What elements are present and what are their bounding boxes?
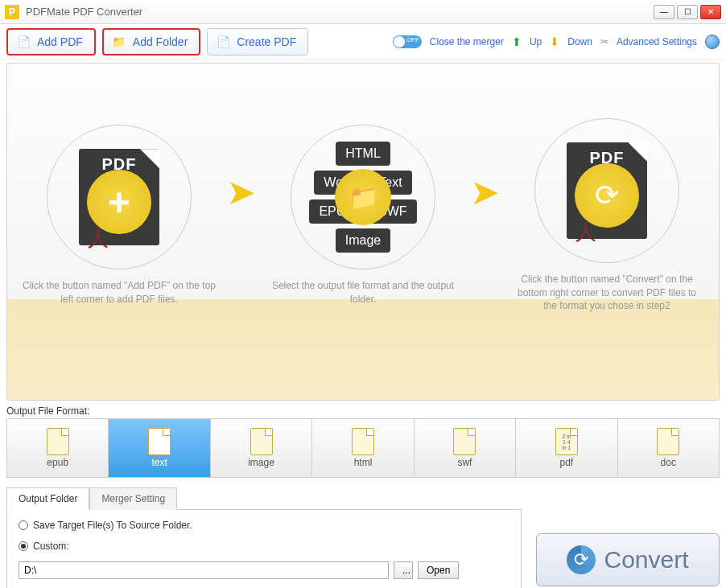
- tab-output-folder[interactable]: Output Folder: [6, 487, 89, 510]
- radio-save-source[interactable]: Save Target File(s) To Source Folder.: [19, 520, 509, 531]
- settings-icon[interactable]: ✂: [600, 36, 608, 47]
- maximize-button[interactable]: ☐: [677, 5, 698, 19]
- adobe-icon: 人: [88, 224, 109, 253]
- titlebar: P PDFMate PDF Converter — ☐ ✕: [0, 0, 726, 24]
- radio-custom[interactable]: Custom:: [19, 541, 509, 552]
- up-label[interactable]: Up: [530, 36, 542, 47]
- create-pdf-icon: 📄: [214, 35, 232, 49]
- create-pdf-button[interactable]: 📄 Create PDF: [207, 28, 308, 56]
- radio-custom-label: Custom:: [33, 541, 69, 552]
- step-3: PDF ⟳ 人 Click the button named "Convert"…: [506, 118, 707, 313]
- step-2-text: Select the output file format and the ou…: [262, 279, 464, 306]
- format-html[interactable]: html: [312, 419, 414, 477]
- add-folder-icon: 📁: [110, 35, 128, 49]
- add-folder-label: Add Folder: [133, 35, 188, 48]
- step-3-text: Click the button named "Convert" on the …: [506, 273, 707, 313]
- radio-save-source-icon: [19, 520, 28, 530]
- add-pdf-label: Add PDF: [37, 35, 83, 48]
- format-doc[interactable]: doc: [618, 419, 719, 477]
- output-folder-panel: Save Target File(s) To Source Folder. Cu…: [6, 509, 522, 588]
- app-logo-icon: P: [5, 5, 19, 19]
- advanced-settings-label[interactable]: Advanced Settings: [617, 36, 697, 47]
- add-pdf-button[interactable]: 📄 Add PDF: [6, 28, 96, 56]
- bottom-panel: Output Folder Merger Setting Save Target…: [6, 487, 720, 588]
- convert-label: Convert: [604, 546, 688, 574]
- convert-icon: ⟳: [567, 545, 596, 574]
- radio-save-source-label: Save Target File(s) To Source Folder.: [33, 520, 192, 531]
- arrow-2-icon: ➤: [470, 171, 500, 212]
- minimize-button[interactable]: —: [654, 5, 674, 19]
- adobe-icon-2: 人: [575, 218, 596, 246]
- close-merger-label[interactable]: Close the merger: [430, 36, 504, 47]
- create-pdf-label: Create PDF: [237, 35, 296, 48]
- toolbar: 📄 Add PDF 📁 Add Folder 📄 Create PDF Clos…: [0, 24, 726, 60]
- format-pdf[interactable]: 2 in 1 4 in 1pdf: [516, 419, 617, 477]
- format-epub[interactable]: epub: [7, 419, 109, 477]
- output-path-input[interactable]: [19, 561, 389, 579]
- down-label[interactable]: Down: [567, 36, 592, 47]
- close-button[interactable]: ✕: [700, 5, 721, 19]
- close-merger-toggle[interactable]: [393, 35, 422, 48]
- tab-merger-setting[interactable]: Merger Setting: [89, 487, 177, 510]
- add-pdf-icon: 📄: [14, 35, 32, 49]
- fmt-image: Image: [336, 228, 390, 253]
- open-button[interactable]: Open: [418, 561, 459, 579]
- output-format-strip: epub text image html swf 2 in 1 4 in 1pd…: [6, 418, 720, 478]
- format-swf[interactable]: swf: [415, 419, 516, 477]
- up-arrow-icon[interactable]: ⬆: [512, 35, 522, 48]
- step-1-text: Click the button named "Add PDF" on the …: [19, 279, 220, 306]
- arrow-1-icon: ➤: [226, 171, 256, 212]
- convert-button[interactable]: ⟳ Convert: [536, 533, 720, 586]
- format-image[interactable]: image: [211, 419, 312, 477]
- folder-circle-icon: 📁: [335, 169, 391, 225]
- step-1: PDF + 人 Click the button named "Add PDF"…: [19, 125, 220, 306]
- app-title: PDFMate PDF Converter: [26, 6, 654, 18]
- format-text[interactable]: text: [109, 419, 210, 477]
- globe-icon[interactable]: [705, 35, 720, 49]
- down-arrow-icon[interactable]: ⬇: [550, 35, 559, 48]
- fmt-html: HTML: [336, 142, 390, 166]
- browse-button[interactable]: ...: [394, 561, 413, 579]
- step-2: HTML Word Text EPUB SWF Image 📁 Select t…: [262, 125, 464, 306]
- output-format-label: Output File Format:: [6, 405, 726, 417]
- main-illustration: PDF + 人 Click the button named "Add PDF"…: [6, 63, 720, 401]
- radio-custom-icon: [19, 541, 28, 551]
- add-folder-button[interactable]: 📁 Add Folder: [102, 28, 200, 56]
